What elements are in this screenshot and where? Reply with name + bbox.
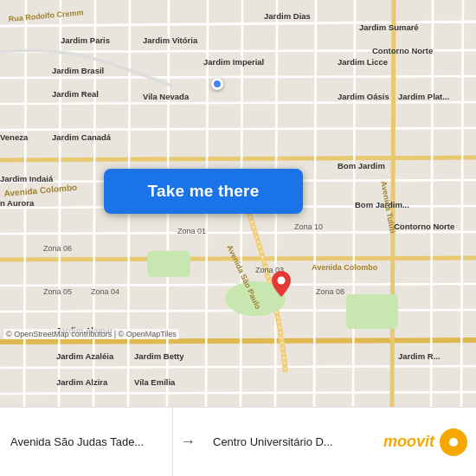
- svg-text:Jardim Oásis: Jardim Oásis: [338, 92, 389, 101]
- to-section[interactable]: Centro Universitário D...: [203, 408, 375, 476]
- to-label: Centro Universitário D...: [213, 435, 364, 448]
- svg-text:Zona 08: Zona 08: [316, 287, 344, 296]
- svg-text:Jardim Plat...: Jardim Plat...: [398, 92, 449, 101]
- from-label: Avenida São Judas Tade...: [10, 435, 162, 448]
- svg-text:Vila Emília: Vila Emília: [134, 377, 176, 387]
- svg-text:Jardim Licce: Jardim Licce: [338, 57, 388, 67]
- svg-text:Bom Jardim...: Bom Jardim...: [355, 200, 409, 209]
- svg-text:Jardim R...: Jardim R...: [398, 351, 441, 361]
- svg-text:Jardim Indaiá: Jardim Indaiá: [0, 174, 54, 183]
- moovit-text: moovit: [383, 433, 434, 451]
- moovit-logo: moovit: [375, 408, 476, 476]
- route-arrow: →: [180, 433, 196, 451]
- take-me-there-button[interactable]: Take me there: [104, 169, 303, 214]
- svg-rect-31: [147, 251, 190, 277]
- from-section[interactable]: Avenida São Judas Tade...: [0, 408, 173, 476]
- bottom-bar: Avenida São Judas Tade... → Centro Unive…: [0, 407, 476, 476]
- moovit-dot-inner: [449, 438, 458, 447]
- svg-text:Jardim Real: Jardim Real: [52, 89, 99, 99]
- svg-text:Vila Nevada: Vila Nevada: [143, 92, 190, 101]
- svg-text:Avenida Colombo: Avenida Colombo: [312, 263, 378, 272]
- svg-line-7: [0, 158, 476, 160]
- svg-text:Jardim Azaléia: Jardim Azaléia: [56, 351, 114, 361]
- svg-text:Zona 04: Zona 04: [91, 287, 119, 296]
- svg-text:Jardim Brasil: Jardim Brasil: [52, 66, 104, 75]
- map-attribution: © OpenStreetMap contributors | © OpenMap…: [3, 329, 179, 339]
- svg-text:Zona 06: Zona 06: [43, 244, 72, 253]
- svg-text:Contorno Norte: Contorno Norte: [394, 222, 454, 231]
- svg-text:Jardim Imperial: Jardim Imperial: [203, 57, 264, 67]
- svg-text:Veneza: Veneza: [0, 132, 29, 142]
- map-area: Zona 06 Zona 05 Zona 04 Zona 01 Zona 10 …: [0, 0, 476, 407]
- svg-text:Jardim Betty: Jardim Betty: [134, 351, 184, 361]
- svg-point-70: [278, 277, 286, 285]
- svg-rect-32: [346, 294, 398, 329]
- svg-text:Jardim Dias: Jardim Dias: [264, 11, 311, 21]
- svg-text:Jardim Alzira: Jardim Alzira: [56, 377, 108, 387]
- svg-text:Bom Jardim: Bom Jardim: [338, 161, 385, 170]
- svg-text:Zona 10: Zona 10: [294, 222, 323, 231]
- svg-text:n Aurora: n Aurora: [0, 198, 35, 208]
- svg-text:Contorno Norte: Contorno Norte: [372, 46, 433, 55]
- svg-text:Jardim Canadá: Jardim Canadá: [52, 132, 112, 142]
- svg-line-14: [0, 340, 476, 342]
- svg-text:Zona 05: Zona 05: [43, 287, 72, 296]
- svg-text:Zona 01: Zona 01: [177, 227, 206, 235]
- svg-text:Jardim Paris: Jardim Paris: [61, 35, 110, 45]
- svg-text:Jardim Vitória: Jardim Vitória: [143, 35, 198, 45]
- moovit-dot-icon: [440, 428, 467, 456]
- take-me-there-label: Take me there: [148, 182, 260, 201]
- destination-marker: [272, 271, 291, 297]
- svg-text:Jardim Sumaré: Jardim Sumaré: [359, 23, 419, 32]
- origin-marker: [211, 78, 223, 90]
